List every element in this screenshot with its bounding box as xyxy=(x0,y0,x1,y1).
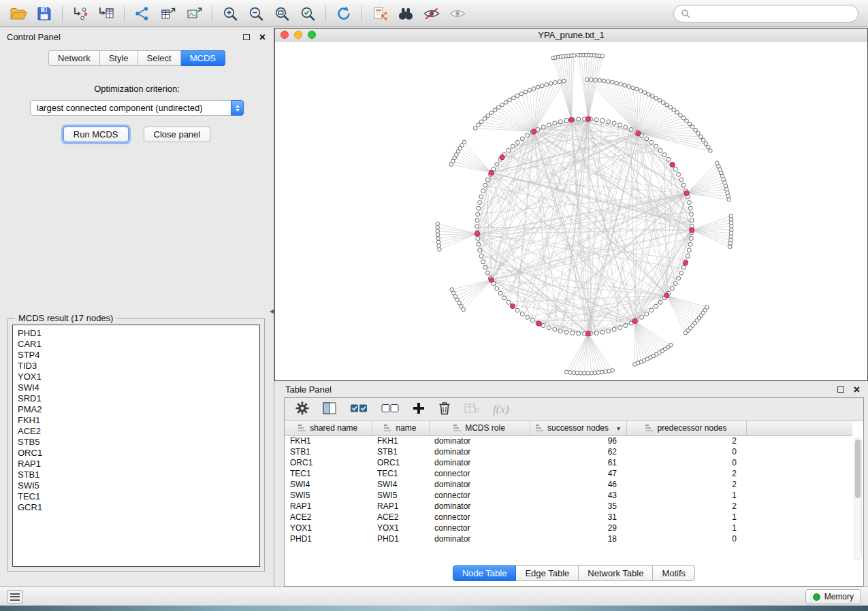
network-node[interactable] xyxy=(530,318,534,323)
mcds-node-PMA2[interactable] xyxy=(500,155,504,160)
add-row-button[interactable] xyxy=(413,402,425,416)
network-node[interactable] xyxy=(624,125,628,129)
network-node[interactable] xyxy=(478,248,482,252)
network-node[interactable] xyxy=(495,162,499,166)
mcds-node-TID3[interactable] xyxy=(670,163,675,167)
tab-select[interactable]: Select xyxy=(138,50,181,66)
network-node[interactable] xyxy=(645,312,649,316)
network-node[interactable] xyxy=(564,370,568,374)
network-node[interactable] xyxy=(507,148,511,152)
chevron-down-icon[interactable]: ▾ xyxy=(617,425,620,432)
network-node[interactable] xyxy=(673,282,677,286)
network-node[interactable] xyxy=(627,84,631,88)
network-node[interactable] xyxy=(486,114,490,118)
mcds-result-item[interactable]: STB5 xyxy=(18,437,255,448)
network-node[interactable] xyxy=(577,331,581,335)
table-row-YOX1[interactable]: YOX1YOX1connector291 xyxy=(285,523,852,533)
network-node[interactable] xyxy=(658,300,662,304)
network-node[interactable] xyxy=(479,254,483,258)
network-node[interactable] xyxy=(706,145,710,149)
network-node[interactable] xyxy=(619,82,623,86)
network-node[interactable] xyxy=(639,315,643,319)
network-node[interactable] xyxy=(438,248,442,252)
mcds-result-item[interactable]: STB1 xyxy=(18,469,255,480)
network-node[interactable] xyxy=(677,276,681,280)
mcds-node-SRD1[interactable] xyxy=(683,261,688,265)
network-node[interactable] xyxy=(558,329,562,333)
mcds-result-item[interactable]: ACE2 xyxy=(18,426,255,437)
network-node[interactable] xyxy=(679,113,683,117)
network-node[interactable] xyxy=(477,123,481,127)
network-node[interactable] xyxy=(485,271,489,275)
table-row-PHD1[interactable]: PHD1PHD1dominator180 xyxy=(285,533,852,544)
network-node[interactable] xyxy=(483,265,487,269)
mcds-result-item[interactable]: TEC1 xyxy=(18,491,255,502)
mcds-result-item[interactable]: SWI4 xyxy=(18,382,255,393)
table-row-SWI5[interactable]: SWI5SWI5connector431 xyxy=(285,490,852,501)
save-session-button[interactable] xyxy=(31,3,57,24)
network-node[interactable] xyxy=(495,286,499,291)
network-node[interactable] xyxy=(541,125,545,129)
network-node[interactable] xyxy=(541,324,545,328)
network-node[interactable] xyxy=(666,157,671,161)
network-node[interactable] xyxy=(436,240,440,244)
network-node[interactable] xyxy=(607,80,611,84)
network-node[interactable] xyxy=(658,99,662,103)
mcds-node-CAR1[interactable] xyxy=(536,321,541,326)
network-node[interactable] xyxy=(604,369,608,374)
network-node[interactable] xyxy=(493,108,497,112)
mcds-result-item[interactable]: RAP1 xyxy=(18,459,255,469)
column-header-shared-name[interactable]: shared name xyxy=(285,421,372,435)
network-window-titlebar[interactable]: YPA_prune.txt_1 xyxy=(275,29,867,42)
clone-network-button[interactable] xyxy=(367,3,393,24)
network-node[interactable] xyxy=(687,248,691,252)
network-node[interactable] xyxy=(515,140,519,144)
network-node[interactable] xyxy=(590,78,594,82)
network-node[interactable] xyxy=(508,98,512,102)
network-node[interactable] xyxy=(684,331,688,335)
network-node[interactable] xyxy=(594,118,598,122)
hide-selected-button[interactable] xyxy=(419,3,445,24)
network-node[interactable] xyxy=(593,371,597,375)
network-node[interactable] xyxy=(549,82,553,86)
tab-motifs[interactable]: Motifs xyxy=(653,565,695,581)
network-node[interactable] xyxy=(545,82,549,86)
network-node[interactable] xyxy=(696,131,701,135)
table-scrollbar[interactable] xyxy=(854,437,862,560)
network-node[interactable] xyxy=(675,110,679,114)
tab-edge-table[interactable]: Edge Table xyxy=(516,565,579,581)
export-network-button[interactable] xyxy=(129,3,155,24)
network-node[interactable] xyxy=(689,236,693,240)
search-input[interactable] xyxy=(694,9,851,19)
network-node[interactable] xyxy=(564,330,568,334)
network-node[interactable] xyxy=(689,212,693,216)
node-table[interactable]: shared namenameMCDS rolesuccessor nodes▾… xyxy=(285,421,852,544)
network-node[interactable] xyxy=(485,178,489,182)
network-node[interactable] xyxy=(436,237,440,241)
network-node[interactable] xyxy=(650,95,654,99)
network-node[interactable] xyxy=(709,149,713,153)
mcds-result-item[interactable]: CAR1 xyxy=(18,339,255,350)
network-node[interactable] xyxy=(558,80,562,84)
mcds-node-STP4[interactable] xyxy=(510,303,515,308)
network-node[interactable] xyxy=(704,142,708,146)
network-node[interactable] xyxy=(701,138,705,142)
tab-network-table[interactable]: Network Table xyxy=(579,565,653,581)
network-node[interactable] xyxy=(437,244,441,248)
mcds-node-FKH1[interactable] xyxy=(636,131,641,135)
network-node[interactable] xyxy=(515,308,519,312)
table-row-ACE2[interactable]: ACE2ACE2connector311 xyxy=(285,512,852,523)
network-node[interactable] xyxy=(553,121,557,125)
mcds-node-SWI5[interactable] xyxy=(690,228,694,233)
mcds-node-RAP1[interactable] xyxy=(632,318,637,323)
network-node[interactable] xyxy=(462,140,466,144)
export-table-button[interactable] xyxy=(155,3,181,24)
network-node[interactable] xyxy=(520,137,524,141)
table-mode-button[interactable] xyxy=(295,401,309,417)
mcds-node-PHD1[interactable] xyxy=(489,278,494,282)
search-box[interactable] xyxy=(673,5,858,22)
column-header-name[interactable]: name xyxy=(372,421,429,435)
network-node[interactable] xyxy=(662,101,666,105)
network-node[interactable] xyxy=(672,108,676,112)
tab-node-table[interactable]: Node Table xyxy=(453,565,517,581)
